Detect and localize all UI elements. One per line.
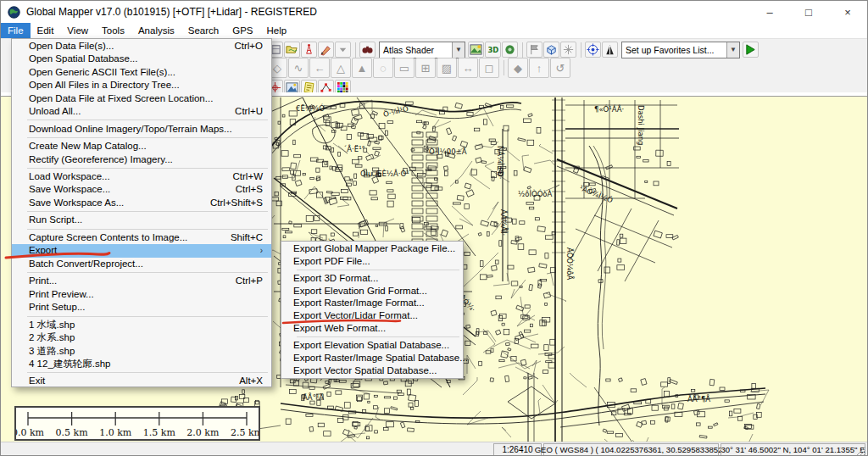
map-label: Ò¹Ì¼00±Ä: [429, 147, 467, 156]
file-menu-item-4-12-shp[interactable]: 4 12_建筑轮廓.shp: [12, 358, 271, 370]
export-submenu: Export Global Mapper Package File...Expo…: [281, 241, 464, 379]
menu-item-label: Export Elevation Grid Format...: [293, 285, 456, 298]
file-menu-separator: [12, 270, 271, 275]
file-menu-item-open-generic-ascii-text-file-s[interactable]: Open Generic ASCII Text File(s)...: [12, 66, 271, 79]
menu-item-label: Export 3D Format...: [293, 272, 456, 285]
scale-bar: 0.0 km0.5 km1.0 km1.5 km2.0 km2.5 km: [14, 406, 260, 441]
file-menu-separator: [12, 136, 271, 140]
menu-item-label: 4 12_建筑轮廓.shp: [29, 358, 263, 370]
menu-item-label: Load Workspace...: [29, 170, 223, 183]
file-menu-item-unload-all[interactable]: Unload All...Ctrl+U: [12, 105, 271, 118]
file-menu-item-print[interactable]: Print...Ctrl+P: [12, 275, 271, 287]
menu-item-label: Capture Screen Contents to Image...: [29, 231, 220, 244]
scale-label: 0.5 km: [56, 427, 89, 438]
file-menu-item-exit[interactable]: ExitAlt+X: [12, 375, 271, 387]
menu-item-label: Export Vector/Lidar Format...: [293, 309, 456, 322]
menu-item-label: Save Workspace As...: [29, 197, 200, 209]
menu-item-shortcut: Ctrl+S: [236, 183, 263, 196]
export-menu-separator: [281, 268, 463, 272]
menu-item-label: 2 水系.shp: [29, 331, 263, 344]
resize-grip-icon[interactable]: [855, 445, 866, 456]
export-menu-item-export-web-format[interactable]: Export Web Format...: [281, 322, 463, 335]
menu-item-shortcut: Ctrl+O: [234, 40, 263, 53]
export-menu-item-export-pdf-file[interactable]: Export PDF File...: [281, 255, 463, 268]
menu-item-label: Open Data File(s)...: [29, 40, 224, 53]
file-menu-item-open-all-files-in-a-directory-tree[interactable]: Open All Files in a Directory Tree...: [12, 79, 271, 92]
file-menu-item-save-workspace[interactable]: Save Workspace...Ctrl+S: [12, 183, 271, 196]
scale-label: 1.5 km: [143, 427, 176, 438]
map-label: ¶«Ó¹ÁÂ·: [594, 104, 624, 114]
menu-item-label: Print...: [29, 275, 225, 287]
map-label: ÂÅ°¶Å: [687, 394, 710, 403]
status-projection: GEO ( WGS84 ) ( 104.0225376361, 30.52958…: [543, 443, 719, 456]
file-menu-item-rectify-georeference-imagery[interactable]: Rectify (Georeference) Imagery...: [12, 153, 271, 166]
menu-item-label: Batch Convert/Reproject...: [29, 258, 263, 270]
menu-item-shortcut: Ctrl+W: [233, 170, 263, 183]
export-menu-item-export-vector-lidar-format[interactable]: Export Vector/Lidar Format...: [281, 309, 463, 322]
menu-item-shortcut: Ctrl+U: [235, 105, 263, 118]
menu-item-label: Create New Map Catalog...: [29, 140, 263, 153]
menu-item-shortcut: Ctrl+P: [236, 275, 263, 287]
file-menu-item-run-script[interactable]: Run Script...: [12, 214, 271, 226]
file-menu-separator: [12, 209, 271, 214]
map-label: ÃÅ°¹Ä: [303, 392, 324, 402]
scale-label: 1.0 km: [99, 427, 132, 438]
menu-item-label: Export PDF File...: [293, 255, 456, 268]
menu-item-label: 3 道路.shp: [29, 345, 263, 358]
export-menu-item-export-elevation-grid-format[interactable]: Export Elevation Grid Format...: [281, 285, 463, 298]
map-label: ½ôÌÒÓòÀ: [518, 189, 553, 198]
file-menu-item-print-preview[interactable]: Print Preview...: [12, 288, 271, 301]
file-menu-item-2-shp[interactable]: 2 水系.shp: [12, 331, 271, 344]
menu-item-label: 1 水域.shp: [29, 319, 263, 331]
file-menu-item-open-data-file-at-fixed-screen-location[interactable]: Open Data File at Fixed Screen Location.…: [12, 92, 271, 105]
menu-item-shortcut: Shift+C: [231, 231, 263, 244]
file-menu-item-load-workspace[interactable]: Load Workspace...Ctrl+W: [12, 170, 271, 183]
menu-item-label: Export Web Format...: [293, 322, 456, 335]
export-menu-item-export-raster-image-format[interactable]: Export Raster/Image Format...: [281, 297, 463, 309]
menu-item-label: Open Data File at Fixed Screen Location.…: [29, 92, 263, 105]
file-menu-item-open-spatial-database[interactable]: Open Spatial Database...: [12, 53, 271, 65]
file-menu-separator: [12, 314, 271, 319]
file-menu-item-create-new-map-catalog[interactable]: Create New Map Catalog...: [12, 140, 271, 153]
menu-item-label: Export Elevation Spatial Database...: [293, 339, 456, 352]
file-menu-item-save-workspace-as[interactable]: Save Workspace As...Ctrl+Shift+S: [12, 197, 271, 209]
file-menu-item-3-shp[interactable]: 3 道路.shp: [12, 345, 271, 358]
file-menu-separator: [12, 166, 271, 170]
menu-item-label: Export Raster/Image Spatial Database...: [293, 352, 468, 364]
submenu-arrow-icon: ›: [260, 244, 263, 257]
file-menu-item-batch-convert-reproject[interactable]: Batch Convert/Reproject...: [12, 258, 271, 270]
menu-item-label: Export Global Mapper Package File...: [293, 242, 456, 255]
menu-item-label: Save Workspace...: [29, 183, 225, 196]
file-menu-item-print-setup[interactable]: Print Setup...: [12, 301, 271, 314]
menu-item-label: Export Vector Spatial Database...: [293, 364, 456, 377]
file-menu-item-export[interactable]: Export›: [12, 244, 271, 257]
file-menu-item-1-shp[interactable]: 1 水域.shp: [12, 319, 271, 331]
map-label: Óìu.ÆÈ½Â·Ò¹: [360, 169, 409, 178]
menu-item-label: Download Online Imagery/Topo/Terrain Map…: [29, 123, 263, 136]
scale-label: 2.0 km: [186, 427, 220, 438]
file-menu-separator: [12, 227, 271, 231]
menu-item-label: Open Spatial Database...: [29, 53, 263, 65]
export-menu-item-export-global-mapper-package-file[interactable]: Export Global Mapper Package File...: [281, 242, 463, 255]
scale-label: 2.5 km: [231, 427, 259, 438]
file-menu-item-capture-screen-contents-to-image[interactable]: Capture Screen Contents to Image...Shift…: [12, 231, 271, 244]
file-menu-item-download-online-imagery-topo-terrain-maps[interactable]: Download Online Imagery/Topo/Terrain Map…: [12, 123, 271, 136]
menu-item-label: Open Generic ASCII Text File(s)...: [29, 66, 263, 79]
export-menu-item-export-elevation-spatial-database[interactable]: Export Elevation Spatial Database...: [281, 339, 463, 352]
file-menu: Open Data File(s)...Ctrl+OOpen Spatial D…: [11, 38, 272, 387]
menu-item-label: Print Preview...: [29, 288, 263, 301]
export-menu-item-export-raster-image-spatial-database[interactable]: Export Raster/Image Spatial Database...: [281, 352, 463, 364]
menu-item-shortcut: Ctrl+Shift+S: [210, 197, 263, 209]
file-menu-item-open-data-file-s[interactable]: Open Data File(s)...Ctrl+O: [12, 40, 271, 53]
map-label: ´Â·Ë¹°: [343, 144, 365, 153]
scale-label: 0.0 km: [16, 427, 45, 438]
file-menu-separator: [12, 370, 271, 375]
menu-item-label: Export Raster/Image Format...: [293, 297, 456, 309]
export-menu-item-export-3d-format[interactable]: Export 3D Format...: [281, 272, 463, 285]
map-label: ÄÖÒ¼ôÅ: [565, 247, 575, 280]
export-menu-item-export-vector-spatial-database[interactable]: Export Vector Spatial Database...: [281, 364, 463, 377]
menu-item-shortcut: Alt+X: [239, 375, 263, 387]
menu-item-label: Unload All...: [29, 105, 225, 118]
map-label: Ö·¼Ì¹Ò: [382, 103, 409, 119]
map-label: €Ë½¼Ó·: [296, 103, 327, 113]
